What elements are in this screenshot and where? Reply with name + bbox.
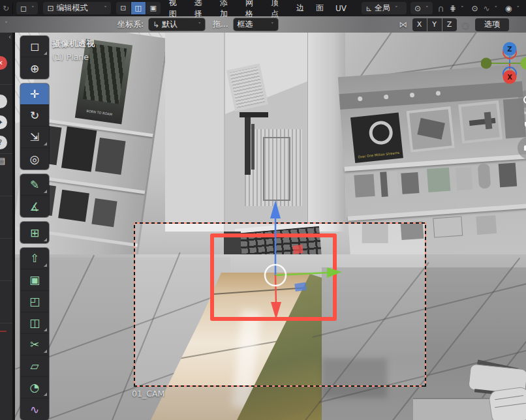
hand-icon[interactable]: ✦ — [0, 115, 7, 129]
tweak-tool-icon: ◻ — [20, 5, 27, 12]
navigation-gizmo[interactable]: Z X — [481, 42, 526, 91]
options-label: 选项 — [484, 19, 500, 30]
mode-dropdown[interactable]: ⊡ 编辑模式 ˅ — [43, 2, 110, 14]
mirror-icon[interactable]: ⋈ — [399, 20, 408, 29]
active-tool-dropdown[interactable]: ◻ ˅ — [16, 2, 38, 14]
y-axis-arrow[interactable] — [327, 267, 342, 278]
chevron-down-icon: ˅ — [395, 5, 398, 12]
mode-label: 编辑模式 — [57, 3, 88, 14]
tool-rotate[interactable]: ↻ — [20, 105, 49, 127]
visibility-filter-icon: ◉ — [505, 5, 512, 12]
plane-handle-x[interactable] — [292, 245, 303, 254]
tool-smooth[interactable]: ∿ — [20, 398, 49, 420]
plane-handle-z[interactable] — [294, 282, 307, 292]
axis-y-ball[interactable] — [521, 57, 526, 70]
menu-edge[interactable]: 边 — [290, 0, 310, 16]
tool-extrude-region[interactable]: ⇧ — [20, 248, 49, 269]
chevron-down-icon: ˅ — [198, 22, 202, 28]
blender-window: ↻ ◻ ˅ ⊡ 编辑模式 ˅ ⊡ ◫ ▣ 视图 选择 添加 网格 顶点 边 面 … — [0, 0, 526, 420]
coordinate-system-value: 默认 — [162, 19, 178, 30]
viewport-3d[interactable]: BORN TO ROAM — [12, 33, 526, 420]
chevron-down-icon: ˅ — [31, 5, 35, 12]
tool-spin[interactable]: ◔ — [20, 377, 49, 398]
orientation-icon: ⊾ — [365, 5, 372, 12]
tool-poly-build[interactable]: ▱ — [20, 355, 49, 377]
chevron-down-icon: ˅ — [461, 5, 464, 12]
view-name-label: 摄像机透视 — [52, 38, 95, 50]
tool-select-box[interactable]: ◻ — [20, 36, 49, 57]
coord-axis-icon: ↳ — [153, 21, 159, 29]
mirror-x-button[interactable]: X — [412, 18, 427, 31]
toolbar: ◻ ⊕ ✛ ↻ ⇲ ◎ ✎ ∡ ⊞ ⇧ ▣ ◰ ◫ ✂ ▱ — [20, 36, 49, 420]
tool-transform[interactable]: ◎ — [20, 148, 49, 170]
menu-row: 视图 选择 添加 网格 顶点 边 面 UV — [163, 0, 352, 16]
move-gizmo[interactable] — [224, 199, 345, 326]
menu-face[interactable]: 面 — [310, 0, 330, 16]
tool-annotate[interactable]: ✎ — [20, 174, 49, 196]
menu-add[interactable]: 添加 — [214, 0, 240, 16]
camera-frame-left[interactable] — [134, 222, 135, 387]
tool-circle-icon[interactable] — [0, 95, 7, 108]
select-mode-buttons: ⊡ ◫ ▣ — [116, 2, 161, 14]
tool-cursor[interactable]: ⊕ — [20, 57, 49, 79]
pivot-dropdown[interactable]: ⊙ ˅ — [410, 2, 433, 14]
falloff-dropdown[interactable]: ∿ ˅ — [479, 2, 501, 14]
close-icon[interactable]: ✕ — [0, 56, 7, 70]
snap-with-dropdown[interactable]: ⋕ ˅ — [446, 2, 468, 14]
active-object-label: (1) Plane — [52, 52, 89, 62]
select-mode-dropdown[interactable]: 框选 ˅ — [234, 18, 278, 31]
axis-z-label: Z — [507, 46, 512, 53]
collapse-arrow-icon[interactable]: ‹ — [8, 33, 11, 40]
chevron-down-icon: ˅ — [104, 5, 107, 12]
menu-select[interactable]: 选择 — [189, 0, 214, 16]
menu-mesh[interactable]: 网格 — [240, 0, 265, 16]
mirror-axis-buttons: X Y Z — [412, 18, 457, 31]
tool-loop-cut[interactable]: ◫ — [20, 312, 49, 334]
editor-type-icon[interactable]: ↻ — [3, 5, 9, 12]
proportional-edit-icon[interactable]: ⊙ — [471, 5, 478, 12]
axis-neg-y-ball[interactable] — [481, 58, 492, 69]
chevron-down-icon: ˅ — [271, 22, 274, 28]
tool-knife[interactable]: ✂ — [20, 334, 49, 355]
orientation-dropdown[interactable]: ⊾ 全局 ˅ — [362, 2, 407, 14]
tool-add-cube[interactable]: ⊞ — [20, 222, 49, 243]
orientation-label: 全局 — [375, 3, 390, 14]
edge-select-button[interactable]: ◫ — [131, 2, 146, 14]
chevron-down-icon: ˅ — [425, 5, 429, 12]
menu-view[interactable]: 视图 — [163, 0, 189, 16]
menu-uv[interactable]: UV — [330, 0, 352, 16]
coordinate-system-dropdown[interactable]: ↳ 默认 ˅ — [149, 18, 205, 31]
axis-x-label: X — [507, 74, 512, 81]
tool-scale[interactable]: ⇲ — [20, 127, 49, 148]
menu-vertex[interactable]: 顶点 — [265, 0, 290, 16]
tool-inset-faces[interactable]: ▣ — [20, 269, 49, 291]
help-icon[interactable]: ? — [0, 136, 7, 149]
tool-move[interactable]: ✛ — [20, 83, 49, 105]
mirror-y-button[interactable]: Y — [427, 18, 442, 31]
snap-base-icon[interactable]: ◌ — [462, 21, 469, 29]
options-button[interactable]: 选项 — [475, 18, 509, 31]
tool-measure[interactable]: ∡ — [20, 196, 49, 217]
chevron-down-icon: ˅ — [517, 5, 520, 12]
camera-name-label: 01_CAM — [132, 389, 164, 398]
face-select-button[interactable]: ▣ — [146, 2, 161, 14]
visibility-filter-dropdown[interactable]: ◉ ˅ — [501, 2, 523, 14]
grid-icon[interactable]: ▤ — [0, 156, 5, 166]
drag-label: 拖... — [213, 19, 228, 30]
tool-settings-bar: ˅ 坐标系: ↳ 默认 ˅ 拖... 框选 ˅ ⋈ X Y Z ◌ 选项 — [0, 16, 526, 33]
vertex-select-button[interactable]: ⊡ — [116, 2, 131, 14]
falloff-curve-icon: ∿ — [483, 5, 489, 12]
pivot-point-icon: ⊙ — [414, 5, 421, 12]
viewport-header: ↻ ◻ ˅ ⊡ 编辑模式 ˅ ⊡ ◫ ▣ 视图 选择 添加 网格 顶点 边 面 … — [0, 0, 526, 16]
camera-frame-right[interactable] — [425, 222, 426, 387]
x-axis-arrow[interactable] — [271, 302, 281, 320]
select-mode-value: 框选 — [238, 19, 253, 30]
z-axis-arrow[interactable] — [270, 200, 281, 218]
collapse-chevron-icon[interactable]: ˅ — [5, 21, 8, 28]
left-edge-panel: ‹ ✕ ✦ ? ▤ — [0, 16, 12, 420]
camera-frame-bottom[interactable] — [134, 385, 426, 387]
mirror-z-button[interactable]: Z — [442, 18, 457, 31]
tool-bevel[interactable]: ◰ — [20, 291, 49, 312]
snap-magnet-icon[interactable]: ∩ — [438, 4, 444, 13]
chevron-down-icon: ˅ — [495, 5, 498, 12]
